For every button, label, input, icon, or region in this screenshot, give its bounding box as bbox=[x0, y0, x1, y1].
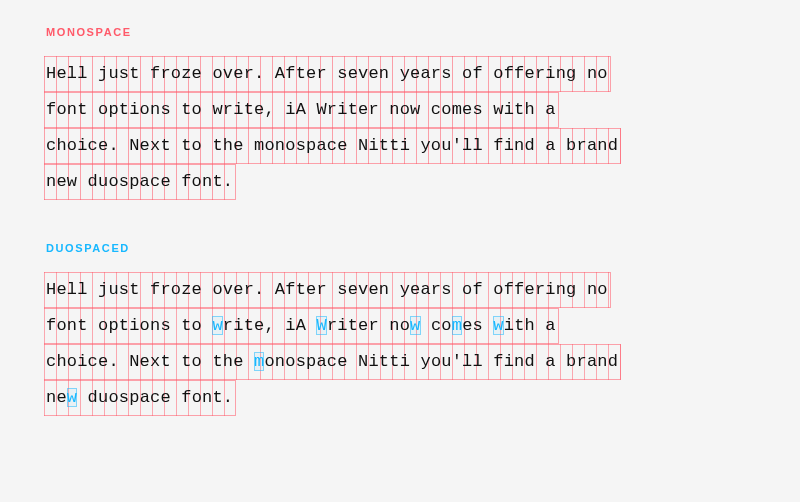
highlighted-glyph: w bbox=[67, 388, 77, 407]
monospace-sample: Hell just froze over. After seven years … bbox=[44, 56, 756, 200]
duospaced-label: DUOSPACED bbox=[46, 242, 756, 254]
monospace-block: MONOSPACE Hell just froze over. After se… bbox=[44, 26, 756, 200]
highlighted-glyph: m bbox=[254, 352, 264, 371]
duospaced-sample: Hell just froze over. After seven years … bbox=[44, 272, 756, 416]
sample-line: font options to write, iA Writer now com… bbox=[44, 92, 559, 128]
highlighted-glyph: w bbox=[212, 316, 222, 335]
sample-line: new duospace font. bbox=[44, 380, 236, 416]
sample-line: choice. Next to the monospace Nitti you'… bbox=[44, 128, 621, 164]
highlighted-glyph: W bbox=[316, 316, 326, 335]
sample-line: choice. Next to the monospace Nitti you'… bbox=[44, 344, 621, 380]
monospace-label: MONOSPACE bbox=[46, 26, 756, 38]
sample-line: Hell just froze over. After seven years … bbox=[44, 56, 611, 92]
duospaced-block: DUOSPACED Hell just froze over. After se… bbox=[44, 242, 756, 416]
highlighted-glyph: w bbox=[410, 316, 420, 335]
highlighted-glyph: m bbox=[452, 316, 462, 335]
sample-line: Hell just froze over. After seven years … bbox=[44, 272, 611, 308]
sample-line: font options to write, iA Writer now com… bbox=[44, 308, 559, 344]
highlighted-glyph: w bbox=[493, 316, 503, 335]
sample-line: new duospace font. bbox=[44, 164, 236, 200]
